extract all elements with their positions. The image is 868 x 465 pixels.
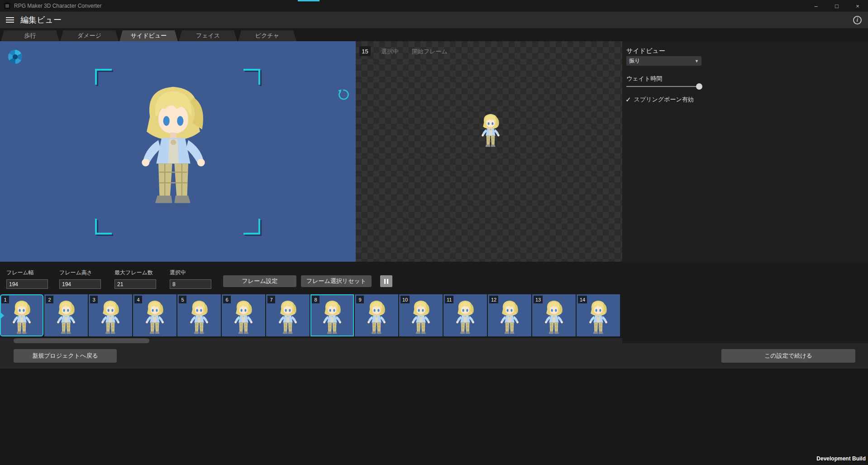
frame-character-thumbnail (318, 299, 346, 336)
slider-knob[interactable] (696, 83, 702, 90)
spritesheet-panel: 15 選択中 開始フレーム (356, 41, 622, 262)
frame-character-thumbnail (407, 299, 435, 336)
field-selected-frame: 選択中 (170, 269, 211, 289)
chevron-down-icon: ▼ (695, 59, 699, 63)
filmstrip-frame-6[interactable]: 6 (222, 294, 265, 336)
filmstrip-frame-10[interactable]: 10 (399, 294, 443, 336)
chibi-character-graphic (229, 299, 258, 336)
filmstrip-frame-9[interactable]: 9 (355, 294, 398, 336)
filmstrip-frame-3[interactable]: 3 (89, 294, 132, 336)
motion-dropdown-value: 振り (629, 57, 695, 65)
frame-character-thumbnail (540, 299, 568, 336)
close-button[interactable]: × (847, 0, 868, 12)
max-frames-label: 最大フレーム数 (114, 269, 156, 277)
start-frame-label[interactable]: 開始フレーム (412, 48, 448, 56)
app-icon (4, 3, 10, 9)
frame-character-thumbnail (274, 299, 302, 336)
chibi-character-graphic (274, 299, 302, 336)
chibi-character-graphic (52, 299, 80, 336)
wait-time-slider[interactable] (626, 83, 702, 90)
chibi-character-graphic (477, 109, 504, 149)
slider-track (626, 86, 702, 87)
field-max-frames: 最大フレーム数 (114, 269, 156, 289)
app-header: 編集ビュー i (0, 12, 868, 28)
frame-character-thumbnail (496, 299, 524, 336)
chibi-character-graphic (540, 299, 568, 336)
tabbar: 歩行 ダメージ サイドビュー フェイス ピクチャ (0, 28, 868, 41)
character-model[interactable] (125, 74, 221, 211)
filmstrip-frame-12[interactable]: 12 (488, 294, 531, 336)
max-frames-input[interactable] (114, 279, 156, 289)
playhead-marker-icon (0, 312, 4, 319)
tab-sideview[interactable]: サイドビュー (119, 30, 178, 41)
tab-damage[interactable]: ダメージ (60, 30, 119, 41)
frame-character-thumbnail (584, 299, 612, 336)
chibi-character-graphic (125, 74, 221, 211)
chibi-character-graphic (407, 299, 435, 336)
rotate-view-icon[interactable] (337, 88, 350, 101)
minimize-button[interactable]: – (806, 0, 826, 12)
frame-character-thumbnail (362, 299, 391, 336)
app-window: RPG Maker 3D Character Converter – □ × 編… (0, 0, 868, 465)
field-frame-height: フレーム高さ (59, 269, 101, 289)
tab-picture[interactable]: ピクチャ (238, 30, 296, 41)
tab-face[interactable]: フェイス (179, 30, 237, 41)
viewfinder-corner-bl (95, 219, 112, 235)
filmstrip-frame-4[interactable]: 4 (133, 294, 176, 336)
selected-frame-input[interactable] (170, 279, 211, 289)
filmstrip-frame-2[interactable]: 2 (44, 294, 88, 336)
frame-character-thumbnail (141, 299, 169, 336)
filmstrip: 1 2 (0, 294, 622, 336)
titlebar: RPG Maker 3D Character Converter – □ × (0, 0, 868, 12)
filmstrip-frame-14[interactable]: 14 (577, 294, 620, 336)
frame-width-input[interactable] (6, 279, 48, 289)
back-to-project-button[interactable]: 新規プロジェクトへ戻る (14, 349, 117, 363)
pause-button[interactable] (380, 275, 392, 287)
wait-time-label: ウェイト時間 (626, 75, 662, 83)
springbone-label: スプリングボーン有効 (634, 96, 694, 104)
frame-width-label: フレーム幅 (6, 269, 48, 277)
scrollbar-thumb[interactable] (14, 338, 149, 343)
chibi-character-graphic (141, 299, 169, 336)
settings-sidebar: サイドビュー 振り ▼ ウェイト時間 ✓ スプリングボーン有効 (622, 41, 868, 262)
frame-character-thumbnail (8, 299, 36, 336)
filmstrip-frame-1[interactable]: 1 (0, 294, 43, 336)
filmstrip-frame-7[interactable]: 7 (266, 294, 310, 336)
selected-state-label[interactable]: 選択中 (381, 48, 399, 56)
frame-height-label: フレーム高さ (59, 269, 101, 277)
frame-reset-button[interactable]: フレーム選択リセット (301, 275, 372, 287)
frame-character-thumbnail (229, 299, 258, 336)
character-preview-panel (0, 41, 356, 262)
springbone-checkbox[interactable]: ✓ スプリングボーン有効 (625, 96, 694, 104)
sidebar-title: サイドビュー (626, 47, 665, 55)
filmstrip-scrollbar[interactable] (0, 338, 622, 343)
field-frame-width: フレーム幅 (6, 269, 48, 289)
chibi-character-graphic (318, 299, 346, 336)
motion-dropdown[interactable]: 振り ▼ (626, 56, 701, 66)
frame-count-badge: 15 (359, 46, 371, 56)
filmstrip-frame-13[interactable]: 13 (532, 294, 576, 336)
selected-frame-label: 選択中 (170, 269, 211, 277)
viewfinder-corner-tl (95, 69, 112, 85)
hamburger-menu-icon[interactable] (6, 16, 14, 24)
window-title: RPG Maker 3D Character Converter (14, 3, 101, 9)
chibi-character-graphic (185, 299, 213, 336)
viewfinder-corner-br (243, 219, 260, 235)
frame-set-button[interactable]: フレーム設定 (223, 275, 296, 287)
continue-button[interactable]: この設定で続ける (721, 349, 855, 363)
tab-walk[interactable]: 歩行 (1, 30, 59, 41)
filmstrip-frame-8[interactable]: 8 (310, 294, 354, 336)
info-icon[interactable]: i (853, 16, 862, 24)
development-build-label: Development Build (816, 455, 866, 462)
frame-editor-section: フレーム幅 フレーム高さ 最大フレーム数 選択中 フレーム設定 フレーム選択リセ… (0, 262, 868, 343)
maximize-button[interactable]: □ (826, 0, 847, 12)
chibi-character-graphic (362, 299, 391, 336)
camera-aperture-icon[interactable] (8, 50, 22, 64)
frame-height-input[interactable] (59, 279, 101, 289)
filmstrip-frame-11[interactable]: 11 (444, 294, 487, 336)
frame-character-thumbnail (451, 299, 479, 336)
chibi-character-graphic (496, 299, 524, 336)
chibi-character-graphic (451, 299, 479, 336)
viewfinder-corner-tr (243, 69, 260, 85)
filmstrip-frame-5[interactable]: 5 (177, 294, 221, 336)
